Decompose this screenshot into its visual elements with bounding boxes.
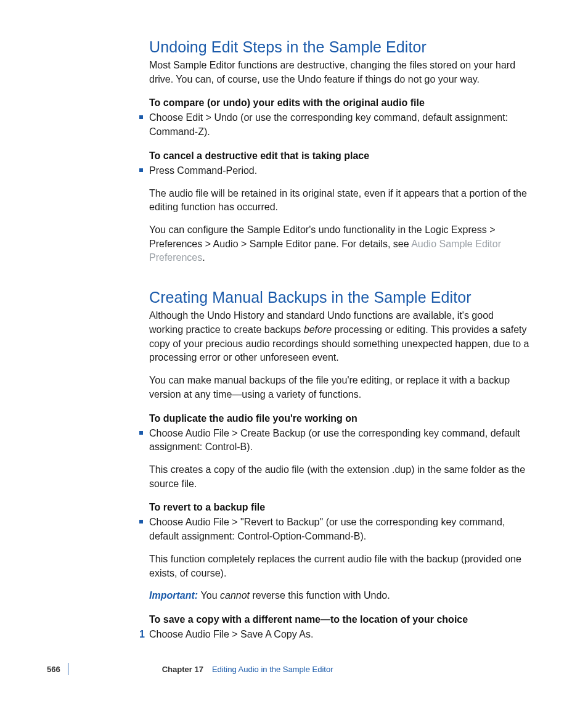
subhead-revert-backup: To revert to a backup file xyxy=(149,502,530,513)
bullet-list-4: Choose Audio File > "Revert to Backup" (… xyxy=(149,515,530,603)
bullet-item-revert-backup: Choose Audio File > "Revert to Backup" (… xyxy=(149,515,530,603)
paragraph-manual-backups: You can make manual backups of the file … xyxy=(149,374,530,401)
number-marker: 1 xyxy=(139,628,145,642)
important-label: Important: xyxy=(149,590,201,601)
paragraph-retain-state: The audio file will be retained in its o… xyxy=(149,187,530,215)
important-note: Important: You cannot reverse this funct… xyxy=(149,589,530,603)
subhead-duplicate-file: To duplicate the audio file you're worki… xyxy=(149,413,530,424)
bullet-text: Choose Audio File > Create Backup (or us… xyxy=(149,427,530,454)
section-creating-backups: Creating Manual Backups in the Sample Ed… xyxy=(149,289,530,642)
heading-undoing: Undoing Edit Steps in the Sample Editor xyxy=(149,38,530,56)
subhead-cancel-edit: To cancel a destructive edit that is tak… xyxy=(149,150,530,162)
numbered-item-1: 1 Choose Audio File > Save A Copy As. xyxy=(149,628,530,642)
bullet-list-2: Press Command-Period. The audio file wil… xyxy=(149,164,530,265)
numbered-list: 1 Choose Audio File > Save A Copy As. xyxy=(149,628,530,642)
bullet-item-undo: Choose Edit > Undo (or use the correspon… xyxy=(149,111,530,139)
text: . xyxy=(202,252,205,263)
em-cannot: cannot xyxy=(220,590,250,601)
footer-divider xyxy=(68,663,68,675)
bullet-item-create-backup: Choose Audio File > Create Backup (or us… xyxy=(149,427,530,491)
bullet-text: Choose Edit > Undo (or use the correspon… xyxy=(149,111,530,139)
bullet-icon xyxy=(139,520,143,523)
chapter-title: Editing Audio in the Sample Editor xyxy=(212,665,333,674)
bullet-list-3: Choose Audio File > Create Backup (or us… xyxy=(149,427,530,491)
paragraph-dup-copy: This creates a copy of the audio file (w… xyxy=(149,463,530,491)
bullet-item-command-period: Press Command-Period. The audio file wil… xyxy=(149,164,530,265)
bullet-icon xyxy=(139,431,143,435)
heading-creating-backups: Creating Manual Backups in the Sample Ed… xyxy=(149,289,530,306)
intro-paragraph-1: Most Sample Editor functions are destruc… xyxy=(149,59,530,86)
subhead-compare-undo: To compare (or undo) your edits with the… xyxy=(149,97,530,109)
text: You xyxy=(201,590,220,601)
bullet-list-1: Choose Edit > Undo (or use the correspon… xyxy=(149,111,530,139)
numbered-text: Choose Audio File > Save A Copy As. xyxy=(149,629,313,639)
bullet-text: Choose Audio File > "Revert to Backup" (… xyxy=(149,515,530,543)
text: reverse this function with Undo. xyxy=(250,590,390,601)
paragraph-replace-backup: This function completely replaces the cu… xyxy=(149,552,530,580)
page-number: 566 xyxy=(47,665,60,674)
bullet-text: Press Command-Period. xyxy=(149,164,530,178)
page-footer: 566 Chapter 17 Editing Audio in the Samp… xyxy=(47,663,540,675)
bullet-icon xyxy=(139,168,143,172)
paragraph-configure-undo: You can configure the Sample Editor's un… xyxy=(149,223,530,265)
subhead-save-copy-as: To save a copy with a different name—to … xyxy=(149,614,530,625)
content-area: Undoing Edit Steps in the Sample Editor … xyxy=(149,38,530,642)
page: Undoing Edit Steps in the Sample Editor … xyxy=(0,0,588,706)
bullet-icon xyxy=(139,115,143,119)
chapter-label: Chapter 17 xyxy=(162,665,203,674)
em-before: before xyxy=(304,324,332,335)
intro-paragraph-2: Although the Undo History and standard U… xyxy=(149,309,530,365)
